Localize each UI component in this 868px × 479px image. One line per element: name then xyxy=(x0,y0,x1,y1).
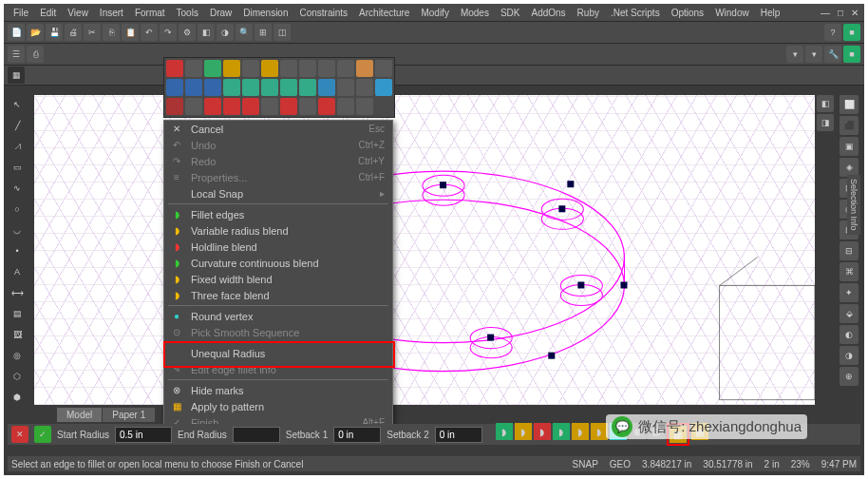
menu-insert[interactable]: Insert xyxy=(94,6,129,20)
polyline-icon[interactable]: ⩘ xyxy=(8,137,27,156)
tool-icon[interactable]: ◧ xyxy=(817,95,834,112)
status-geo[interactable]: GEO xyxy=(610,459,631,469)
tool-icon[interactable]: ◑ xyxy=(217,24,234,41)
menu-view[interactable]: View xyxy=(62,6,94,20)
tool-icon[interactable]: ◈ xyxy=(840,158,859,177)
menu-draw[interactable]: Draw xyxy=(204,6,237,20)
menu-format[interactable]: Format xyxy=(129,6,171,20)
mode-icon[interactable]: ◗ xyxy=(572,423,589,440)
palette-icon[interactable] xyxy=(242,98,259,115)
copy-icon[interactable]: ⎘ xyxy=(103,24,120,41)
selection-info-label[interactable]: Selection Info xyxy=(847,175,860,235)
palette-icon[interactable] xyxy=(337,79,354,96)
tool-icon[interactable]: ☰ xyxy=(8,46,25,63)
redo-icon[interactable]: ↷ xyxy=(160,24,177,41)
palette-icon[interactable] xyxy=(261,79,278,96)
palette-icon[interactable] xyxy=(166,79,183,96)
palette-icon[interactable] xyxy=(356,98,373,115)
palette-icon[interactable] xyxy=(318,98,335,115)
restore-icon[interactable]: □ xyxy=(838,8,843,18)
mode-icon[interactable]: ◗ xyxy=(553,423,570,440)
ctx-unequal[interactable]: Unequal Radius xyxy=(164,345,392,361)
palette-icon[interactable] xyxy=(299,98,316,115)
mode-icon[interactable]: ◗ xyxy=(515,423,532,440)
mode-icon[interactable]: ◗ xyxy=(534,423,551,440)
ctx-curvature[interactable]: ◗Curvature continuous blend xyxy=(164,255,392,271)
menu-window[interactable]: Window xyxy=(709,6,755,20)
viewport[interactable] xyxy=(34,95,815,405)
tool-icon[interactable]: ⬛ xyxy=(840,116,859,135)
tool-icon[interactable]: ⬢ xyxy=(8,388,27,407)
ctx-fixedwidth[interactable]: ◗Fixed width blend xyxy=(164,271,392,287)
tool-icon[interactable]: ⌘ xyxy=(840,262,859,281)
menu-modify[interactable]: Modify xyxy=(415,6,454,20)
menu-constraints[interactable]: Constraints xyxy=(294,6,354,20)
tool-icon[interactable]: ⊞ xyxy=(255,24,272,41)
palette-icon[interactable] xyxy=(185,98,202,115)
tool-icon[interactable]: ◎ xyxy=(8,346,27,365)
palette-icon[interactable] xyxy=(166,60,183,77)
tool-icon[interactable]: ▣ xyxy=(840,137,859,156)
palette-icon[interactable] xyxy=(299,79,316,96)
ctx-fillet[interactable]: ◗Fillet edges xyxy=(164,206,392,222)
ctx-cancel[interactable]: ✕CancelEsc xyxy=(164,121,392,137)
tool-icon[interactable]: ◨ xyxy=(817,114,834,131)
palette-icon[interactable] xyxy=(204,79,221,96)
ctx-hidemarks[interactable]: ⊗Hide marks xyxy=(164,382,392,398)
open-icon[interactable]: 📂 xyxy=(27,24,44,41)
circle-icon[interactable]: ○ xyxy=(8,200,27,219)
menu-addons[interactable]: AddOns xyxy=(525,6,571,20)
palette-icon[interactable] xyxy=(318,60,335,77)
palette-icon[interactable] xyxy=(185,60,202,77)
dropdown-icon[interactable]: ▾ xyxy=(786,46,803,63)
minimize-icon[interactable]: — xyxy=(821,8,830,18)
ctx-localsnap[interactable]: Local Snap▸ xyxy=(164,185,392,201)
tool-icon[interactable]: ⬜ xyxy=(840,95,859,114)
tool-icon[interactable]: ⬡ xyxy=(8,367,27,386)
palette-icon[interactable] xyxy=(223,79,240,96)
dot-icon[interactable]: • xyxy=(8,241,27,260)
cut-icon[interactable]: ✂ xyxy=(84,24,101,41)
status-snap[interactable]: SNAP xyxy=(573,459,598,469)
menu-tools[interactable]: Tools xyxy=(171,6,204,20)
grid-icon[interactable]: ▦ xyxy=(8,67,25,84)
tool-icon[interactable]: ⚙ xyxy=(179,24,196,41)
arc-icon[interactable]: ◡ xyxy=(8,220,27,240)
dropdown-icon[interactable]: ▾ xyxy=(805,46,822,63)
setback2-input[interactable] xyxy=(435,427,482,443)
line-icon[interactable]: ╱ xyxy=(8,116,27,135)
tab-paper[interactable]: Paper 1 xyxy=(103,408,156,422)
palette-icon[interactable] xyxy=(375,79,392,96)
close-icon[interactable]: ✕ xyxy=(851,8,859,18)
tool-icon[interactable]: ⊟ xyxy=(840,241,859,260)
save-icon[interactable]: 💾 xyxy=(46,24,63,41)
rect-icon[interactable]: ▭ xyxy=(8,158,27,177)
palette-icon[interactable] xyxy=(280,60,297,77)
menu-dimension[interactable]: Dimension xyxy=(237,6,293,20)
palette-icon[interactable] xyxy=(223,60,240,77)
palette-icon[interactable] xyxy=(204,60,221,77)
help-icon[interactable]: ? xyxy=(824,24,841,41)
tool-icon[interactable]: ⎙ xyxy=(27,46,44,63)
palette-icon[interactable] xyxy=(242,60,259,77)
ctx-variable[interactable]: ◗Variable radius blend xyxy=(164,222,392,239)
tool-icon[interactable]: ■ xyxy=(843,46,860,63)
palette-icon[interactable] xyxy=(166,98,183,115)
confirm-icon[interactable]: ✓ xyxy=(34,426,51,443)
start-radius-input[interactable] xyxy=(115,427,172,443)
menu-help[interactable]: Help xyxy=(755,6,786,20)
palette-icon[interactable] xyxy=(337,98,354,115)
tool-icon[interactable]: ⊕ xyxy=(840,367,859,386)
palette-icon[interactable] xyxy=(261,98,278,115)
palette-icon[interactable] xyxy=(204,98,221,115)
hatch-icon[interactable]: ▤ xyxy=(8,304,27,323)
new-icon[interactable]: 📄 xyxy=(8,24,25,41)
end-radius-input[interactable] xyxy=(233,427,280,443)
print-icon[interactable]: 🖨 xyxy=(65,24,82,41)
palette-icon[interactable] xyxy=(280,98,297,115)
menu-architecture[interactable]: Architecture xyxy=(353,6,415,20)
palette-icon[interactable] xyxy=(280,79,297,96)
dimension-icon[interactable]: ⟷ xyxy=(8,283,27,302)
image-icon[interactable]: 🖼 xyxy=(8,325,27,344)
setback1-input[interactable] xyxy=(333,427,381,443)
